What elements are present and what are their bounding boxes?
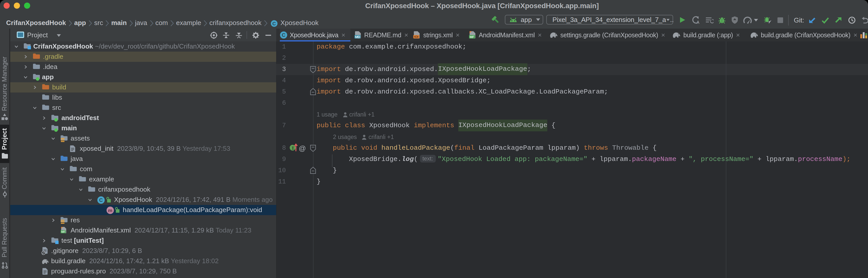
svg-text:MF: MF — [61, 230, 65, 233]
svg-text:MD: MD — [355, 35, 360, 39]
svg-text:A: A — [696, 20, 700, 24]
svg-text:m: m — [108, 207, 112, 213]
svg-text:C: C — [99, 197, 102, 203]
svg-text:MF: MF — [469, 35, 474, 39]
svg-text:<>: <> — [414, 35, 418, 39]
svg-text:C: C — [281, 32, 285, 38]
svg-text:C: C — [273, 21, 276, 26]
